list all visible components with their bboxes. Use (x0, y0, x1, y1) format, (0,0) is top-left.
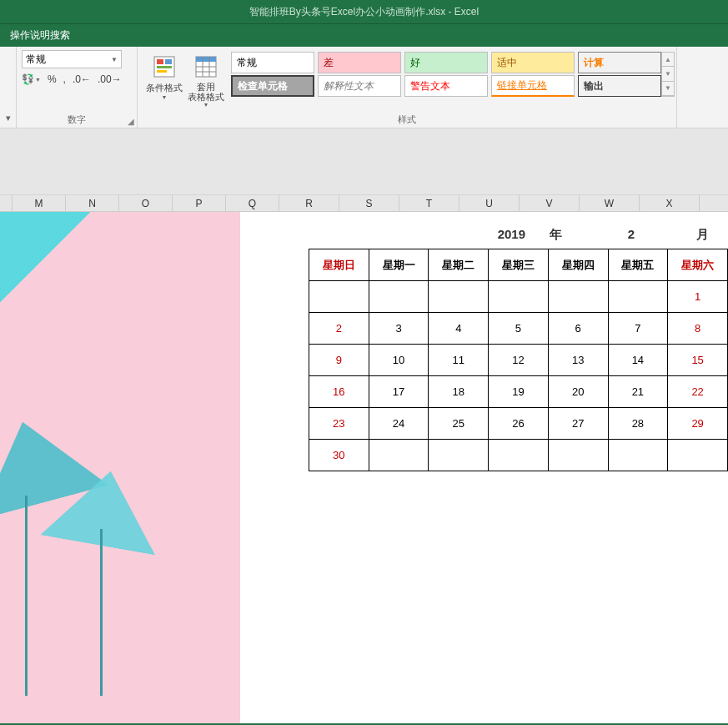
dialog-launcher-icon[interactable]: ◢ (128, 117, 134, 126)
svg-rect-6 (196, 57, 216, 62)
weekday-header: 星期六 (668, 249, 728, 281)
calendar-row: 9101112131415 (309, 345, 728, 376)
weekday-header: 星期二 (429, 249, 489, 281)
svg-rect-3 (157, 66, 172, 68)
style-normal[interactable]: 常规 (231, 52, 314, 73)
style-good[interactable]: 好 (404, 52, 488, 73)
scroll-down-icon[interactable]: ▼ (662, 67, 674, 81)
ribbon: ▾ 常规 ▼ 💱▼ % , .0← .00→ 数字 ◢ (0, 47, 728, 128)
col-header[interactable]: R (279, 195, 339, 211)
style-bad[interactable]: 差 (318, 52, 401, 73)
calendar-row: 16171819202122 (309, 376, 728, 408)
col-header[interactable]: M (13, 195, 66, 211)
style-check[interactable]: 检查单元格 (231, 75, 314, 97)
percent-button[interactable]: % (48, 73, 57, 85)
row-header-edge[interactable] (0, 195, 13, 211)
calendar-row: 23242526272829 (309, 408, 728, 440)
weekday-header: 星期三 (489, 249, 549, 281)
styles-group-wrapper: 条件格式 ▼ 套用 表格格式 ▼ 常规 差 好 适中 计算 (138, 47, 677, 128)
search-label: 操作说明搜索 (10, 28, 70, 43)
style-neutral[interactable]: 适中 (491, 52, 575, 73)
number-group-label: 数字 ◢ (22, 112, 132, 126)
embedded-image[interactable] (0, 212, 240, 725)
svg-rect-4 (157, 70, 167, 73)
gallery-scroll[interactable]: ▲ ▼ ▼ (661, 52, 675, 97)
conditional-format-icon (151, 53, 178, 80)
tell-me-search[interactable]: 操作说明搜索 (0, 23, 728, 47)
accounting-format-button[interactable]: 💱▼ (22, 73, 41, 85)
ribbon-edge-left: ▾ (0, 47, 17, 128)
conditional-format-button[interactable]: 条件格式 ▼ (146, 53, 183, 108)
weekday-header: 星期四 (548, 249, 608, 281)
col-header[interactable]: N (66, 195, 119, 211)
increase-decimal-button[interactable]: .0← (73, 73, 91, 85)
col-header[interactable]: Q (226, 195, 279, 211)
col-header[interactable]: U (459, 195, 520, 211)
svg-rect-2 (165, 59, 172, 64)
cell-styles-gallery: 常规 差 好 适中 计算 检查单元格 解释性文本 警告文本 链接单元格 输出 ▲… (231, 50, 675, 109)
weekday-header: 星期日 (309, 249, 369, 281)
calendar-row: 30 (309, 440, 728, 471)
calendar-header-row: 星期日 星期一 星期二 星期三 星期四 星期五 星期六 (309, 249, 728, 281)
style-output[interactable]: 输出 (578, 75, 661, 97)
style-warn[interactable]: 警告文本 (404, 75, 488, 97)
formula-bar-area (0, 128, 728, 195)
col-header[interactable]: W (580, 195, 640, 211)
style-explain[interactable]: 解释性文本 (318, 75, 401, 97)
number-group: 常规 ▼ 💱▼ % , .0← .00→ 数字 ◢ (17, 47, 138, 128)
gallery-more-icon[interactable]: ▼ (662, 82, 674, 96)
table-format-button[interactable]: 套用 表格格式 ▼ (188, 53, 224, 108)
calendar-row: 2345678 (309, 313, 728, 345)
calendar-row: 1 (309, 281, 728, 313)
column-headers: M N O P Q R S T U V W X (0, 195, 728, 212)
chevron-down-icon: ▼ (203, 102, 209, 108)
col-header[interactable]: P (173, 195, 226, 211)
window-title: 智能排班By头条号Excel办公小动画制作.xlsx - Excel (249, 5, 479, 19)
table-format-icon (193, 53, 219, 80)
style-link[interactable]: 链接单元格 (491, 75, 575, 97)
format-buttons: 条件格式 ▼ 套用 表格格式 ▼ (139, 50, 231, 109)
number-format-combo[interactable]: 常规 ▼ (22, 50, 122, 68)
comma-button[interactable]: , (63, 73, 66, 85)
title-bar: 智能排班By头条号Excel办公小动画制作.xlsx - Excel (0, 0, 728, 23)
col-header[interactable]: V (520, 195, 580, 211)
chevron-down-icon: ▼ (111, 56, 118, 63)
style-calc[interactable]: 计算 (578, 52, 661, 73)
decrease-decimal-button[interactable]: .00→ (98, 73, 122, 85)
col-header[interactable]: X (640, 195, 700, 211)
year-month-row: 2019 年 2 月 (309, 227, 727, 243)
weekday-header: 星期一 (369, 249, 429, 281)
calendar-table: 星期日 星期一 星期二 星期三 星期四 星期五 星期六 1 2345678 91… (309, 249, 728, 471)
chevron-down-icon: ▼ (162, 94, 168, 100)
scroll-up-icon[interactable]: ▲ (662, 53, 674, 67)
worksheet[interactable]: 2019 年 2 月 星期日 星期一 星期二 星期三 星期四 星期五 星期六 1… (0, 212, 728, 721)
col-header[interactable]: S (339, 195, 399, 211)
weekday-header: 星期五 (608, 249, 668, 281)
svg-rect-1 (157, 59, 163, 64)
col-header[interactable]: T (399, 195, 459, 211)
styles-group-label: 样式 (139, 112, 675, 126)
col-header[interactable]: O (119, 195, 173, 211)
